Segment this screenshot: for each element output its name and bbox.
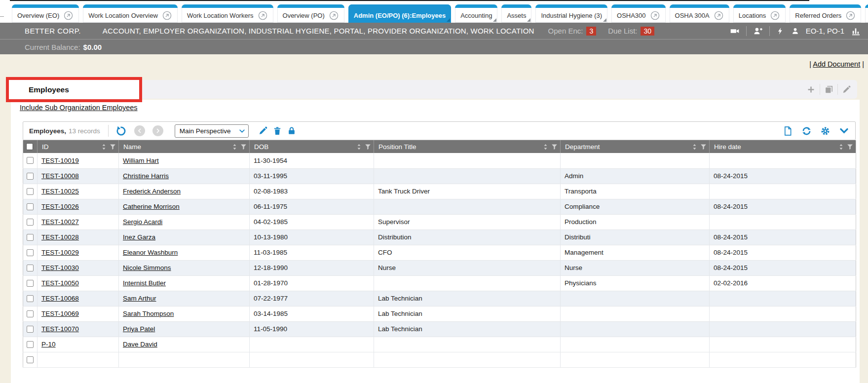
employee-id-link[interactable]: TEST-10030: [41, 264, 79, 271]
employee-name-link[interactable]: Sergio Acardi: [123, 218, 162, 226]
employee-id-link[interactable]: P-10: [41, 341, 56, 348]
employee-name-link[interactable]: Eleanor Washburn: [123, 249, 178, 256]
tab-work-location-workers[interactable]: Work Location Workers: [182, 4, 273, 23]
add-document-link[interactable]: Add Document: [813, 60, 860, 68]
employee-id-link[interactable]: TEST-10050: [41, 279, 79, 287]
open-external-icon[interactable]: [258, 10, 268, 21]
open-external-icon[interactable]: [845, 10, 856, 21]
employee-id-link[interactable]: TEST-10026: [41, 203, 79, 210]
row-checkbox[interactable]: [27, 295, 34, 302]
filter-funnel-icon[interactable]: [846, 143, 854, 151]
filter-funnel-icon[interactable]: [364, 143, 372, 151]
open-external-icon[interactable]: [650, 10, 660, 21]
employee-name-link[interactable]: William Hart: [123, 157, 159, 164]
settings-gear-icon[interactable]: [820, 126, 830, 136]
tab-accounting[interactable]: Accounting: [455, 4, 497, 23]
row-checkbox[interactable]: [27, 249, 34, 256]
tab-overview-po[interactable]: Overview (PO): [277, 4, 344, 23]
sort-icon[interactable]: [355, 143, 363, 151]
open-external-icon[interactable]: [63, 10, 74, 21]
next-button[interactable]: [152, 125, 163, 136]
delete-perspective-icon[interactable]: [272, 126, 282, 136]
row-checkbox[interactable]: [27, 203, 34, 210]
tab-referred-orders[interactable]: Referred Orders: [790, 4, 861, 23]
open-external-icon[interactable]: [162, 10, 172, 21]
select-all-checkbox[interactable]: [26, 143, 33, 150]
employee-name-link[interactable]: Inez Garza: [123, 233, 155, 241]
employee-name-link[interactable]: Sam Arthur: [123, 295, 156, 302]
filter-funnel-icon[interactable]: [109, 143, 116, 151]
user-icon[interactable]: [791, 26, 799, 36]
open-enc-badge[interactable]: 3: [586, 27, 596, 36]
add-user-icon[interactable]: [753, 26, 763, 36]
row-checkbox[interactable]: [27, 280, 34, 287]
open-external-icon[interactable]: [329, 10, 339, 21]
tab-admin-eo-po-6-employees[interactable]: Admin (EO/PO) (6):Employees: [348, 4, 451, 23]
sort-icon[interactable]: [837, 143, 845, 151]
tab-assets[interactable]: Assets: [501, 4, 531, 23]
column-header-department[interactable]: Department: [561, 140, 710, 153]
filter-funnel-icon[interactable]: [700, 143, 707, 151]
column-header-hire-date[interactable]: Hire date: [710, 140, 856, 153]
row-checkbox[interactable]: [27, 341, 34, 348]
row-checkbox[interactable]: [27, 219, 34, 226]
row-checkbox[interactable]: [27, 356, 34, 363]
add-icon[interactable]: [806, 85, 816, 94]
tab-osha300[interactable]: OSHA300: [611, 4, 666, 23]
video-camera-icon[interactable]: [730, 26, 740, 36]
employee-id-link[interactable]: TEST-10025: [41, 188, 79, 195]
lock-icon[interactable]: [287, 126, 297, 136]
refresh-icon[interactable]: [801, 126, 812, 136]
employee-name-link[interactable]: Catherine Morrison: [123, 203, 180, 210]
sort-icon[interactable]: [100, 143, 108, 151]
employee-id-link[interactable]: TEST-10028: [41, 233, 79, 241]
open-external-icon[interactable]: [770, 10, 780, 21]
filter-funnel-icon[interactable]: [240, 143, 247, 151]
employee-id-link[interactable]: TEST-10069: [41, 310, 79, 317]
row-checkbox[interactable]: [27, 173, 34, 180]
perspective-select[interactable]: Main Perspective: [175, 124, 249, 138]
open-external-icon[interactable]: [714, 10, 724, 21]
tab-work-location-overview[interactable]: Work Location Overview: [83, 4, 178, 23]
row-checkbox[interactable]: [27, 326, 34, 333]
prev-button[interactable]: [134, 125, 145, 136]
sort-icon[interactable]: [542, 143, 549, 151]
copy-icon[interactable]: [824, 85, 833, 94]
column-header-position-title[interactable]: Position Title: [374, 140, 561, 153]
employee-id-link[interactable]: TEST-10029: [41, 249, 79, 256]
bar-chart-icon[interactable]: [851, 26, 861, 36]
bolt-icon[interactable]: [776, 26, 785, 36]
sort-icon[interactable]: [231, 143, 238, 151]
employee-name-link[interactable]: Priya Patel: [123, 325, 155, 333]
row-checkbox[interactable]: [27, 310, 34, 317]
column-header-dob[interactable]: DOB: [250, 140, 374, 153]
column-header-name[interactable]: Name: [119, 140, 250, 153]
employee-name-link[interactable]: Sarah Thompson: [123, 310, 174, 317]
column-header-id[interactable]: ID: [38, 140, 119, 153]
tab-locations[interactable]: Locations: [733, 4, 786, 23]
employee-name-link[interactable]: Christine Harris: [123, 172, 169, 180]
employee-name-link[interactable]: Nicole Simmons: [123, 264, 171, 271]
tab-overview-eo[interactable]: Overview (EO): [12, 4, 79, 23]
employee-name-link[interactable]: Dave David: [123, 341, 157, 348]
employee-id-link[interactable]: TEST-10070: [41, 325, 79, 333]
employee-id-link[interactable]: TEST-10027: [41, 218, 79, 226]
row-checkbox[interactable]: [27, 265, 34, 271]
row-checkbox[interactable]: [27, 157, 34, 164]
tab-osha-300a[interactable]: OSHA 300A: [670, 4, 729, 23]
due-list-badge[interactable]: 30: [641, 27, 654, 36]
filter-funnel-icon[interactable]: [551, 143, 558, 151]
edit-perspective-icon[interactable]: [258, 126, 268, 136]
employee-id-link[interactable]: TEST-10019: [41, 157, 79, 164]
new-page-icon[interactable]: [783, 126, 793, 136]
employee-id-link[interactable]: TEST-10068: [41, 295, 79, 302]
employee-id-link[interactable]: TEST-10008: [41, 172, 79, 180]
undo-icon[interactable]: [115, 125, 127, 137]
row-checkbox[interactable]: [27, 188, 34, 195]
employee-name-link[interactable]: Internist Butler: [123, 279, 166, 287]
include-sub-organization-link[interactable]: Include Sub Organization Employees: [20, 104, 138, 112]
collapse-chevron-icon[interactable]: [839, 126, 849, 136]
employee-name-link[interactable]: Frederick Anderson: [123, 188, 181, 195]
sort-icon[interactable]: [691, 143, 698, 151]
tab-portal-manage[interactable]: Portal Manage: [865, 4, 868, 23]
